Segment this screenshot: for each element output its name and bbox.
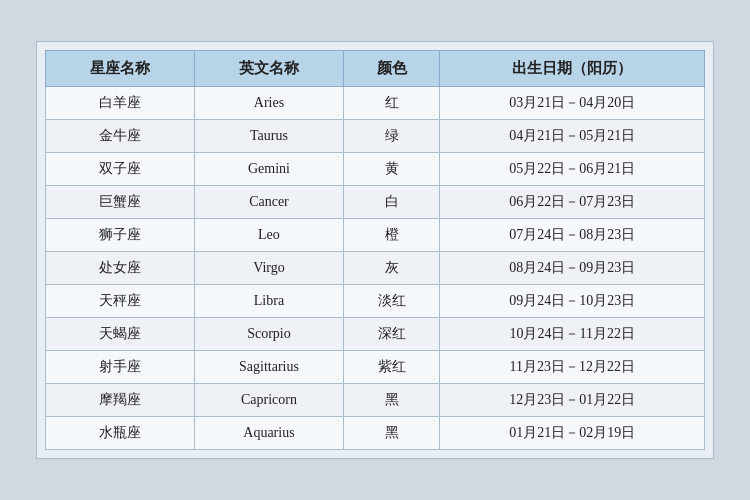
table-row: 处女座Virgo灰08月24日－09月23日 [46, 252, 705, 285]
cell-chinese-name: 巨蟹座 [46, 186, 195, 219]
table-row: 巨蟹座Cancer白06月22日－07月23日 [46, 186, 705, 219]
header-chinese-name: 星座名称 [46, 51, 195, 87]
cell-dates: 09月24日－10月23日 [440, 285, 705, 318]
cell-chinese-name: 射手座 [46, 351, 195, 384]
cell-dates: 12月23日－01月22日 [440, 384, 705, 417]
cell-chinese-name: 狮子座 [46, 219, 195, 252]
cell-color: 黑 [343, 384, 439, 417]
cell-color: 白 [343, 186, 439, 219]
cell-english-name: Scorpio [194, 318, 343, 351]
table-row: 射手座Sagittarius紫红11月23日－12月22日 [46, 351, 705, 384]
table-row: 摩羯座Capricorn黑12月23日－01月22日 [46, 384, 705, 417]
cell-dates: 11月23日－12月22日 [440, 351, 705, 384]
table-body: 白羊座Aries红03月21日－04月20日金牛座Taurus绿04月21日－0… [46, 87, 705, 450]
cell-chinese-name: 摩羯座 [46, 384, 195, 417]
cell-chinese-name: 处女座 [46, 252, 195, 285]
cell-color: 红 [343, 87, 439, 120]
table-header-row: 星座名称 英文名称 颜色 出生日期（阳历） [46, 51, 705, 87]
cell-color: 紫红 [343, 351, 439, 384]
cell-english-name: Libra [194, 285, 343, 318]
cell-dates: 07月24日－08月23日 [440, 219, 705, 252]
cell-dates: 05月22日－06月21日 [440, 153, 705, 186]
cell-english-name: Gemini [194, 153, 343, 186]
cell-chinese-name: 天蝎座 [46, 318, 195, 351]
cell-dates: 04月21日－05月21日 [440, 120, 705, 153]
cell-color: 淡红 [343, 285, 439, 318]
cell-english-name: Aries [194, 87, 343, 120]
header-dates: 出生日期（阳历） [440, 51, 705, 87]
cell-english-name: Virgo [194, 252, 343, 285]
table-row: 天蝎座Scorpio深红10月24日－11月22日 [46, 318, 705, 351]
cell-chinese-name: 天秤座 [46, 285, 195, 318]
zodiac-table-wrapper: 星座名称 英文名称 颜色 出生日期（阳历） 白羊座Aries红03月21日－04… [36, 41, 714, 459]
table-row: 天秤座Libra淡红09月24日－10月23日 [46, 285, 705, 318]
cell-dates: 08月24日－09月23日 [440, 252, 705, 285]
header-english-name: 英文名称 [194, 51, 343, 87]
cell-chinese-name: 白羊座 [46, 87, 195, 120]
cell-color: 灰 [343, 252, 439, 285]
cell-english-name: Sagittarius [194, 351, 343, 384]
header-color: 颜色 [343, 51, 439, 87]
cell-chinese-name: 双子座 [46, 153, 195, 186]
cell-color: 深红 [343, 318, 439, 351]
cell-dates: 06月22日－07月23日 [440, 186, 705, 219]
cell-chinese-name: 水瓶座 [46, 417, 195, 450]
cell-color: 黄 [343, 153, 439, 186]
table-row: 狮子座Leo橙07月24日－08月23日 [46, 219, 705, 252]
cell-english-name: Aquarius [194, 417, 343, 450]
table-row: 白羊座Aries红03月21日－04月20日 [46, 87, 705, 120]
cell-dates: 03月21日－04月20日 [440, 87, 705, 120]
table-row: 双子座Gemini黄05月22日－06月21日 [46, 153, 705, 186]
zodiac-table: 星座名称 英文名称 颜色 出生日期（阳历） 白羊座Aries红03月21日－04… [45, 50, 705, 450]
cell-dates: 10月24日－11月22日 [440, 318, 705, 351]
cell-dates: 01月21日－02月19日 [440, 417, 705, 450]
cell-english-name: Capricorn [194, 384, 343, 417]
table-row: 水瓶座Aquarius黑01月21日－02月19日 [46, 417, 705, 450]
cell-color: 黑 [343, 417, 439, 450]
cell-color: 橙 [343, 219, 439, 252]
table-row: 金牛座Taurus绿04月21日－05月21日 [46, 120, 705, 153]
cell-english-name: Leo [194, 219, 343, 252]
cell-english-name: Taurus [194, 120, 343, 153]
cell-color: 绿 [343, 120, 439, 153]
cell-english-name: Cancer [194, 186, 343, 219]
cell-chinese-name: 金牛座 [46, 120, 195, 153]
